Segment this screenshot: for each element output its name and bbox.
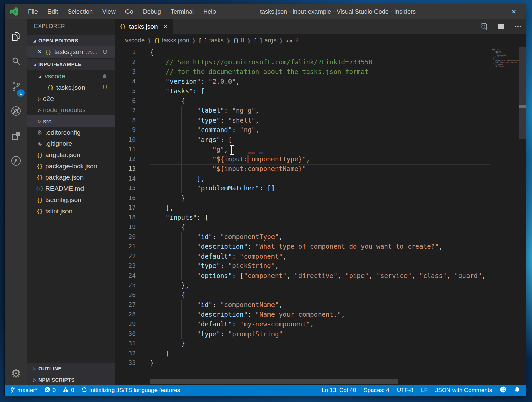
split-editor-icon[interactable]: [497, 22, 505, 31]
code-line[interactable]: "description": "Name your component.",: [150, 310, 490, 320]
code-line[interactable]: ],: [150, 203, 490, 213]
code-line[interactable]: ],: [150, 174, 490, 184]
code-line[interactable]: }: [150, 358, 490, 368]
line-number[interactable]: 26: [115, 290, 150, 300]
settings-gear-icon[interactable]: ⚙: [5, 365, 27, 382]
minimize-button[interactable]: –: [455, 4, 478, 19]
status-json-with-comments[interactable]: JSON with Comments: [435, 387, 492, 394]
activity-custom-extension[interactable]: [5, 151, 27, 172]
line-number[interactable]: 15: [115, 183, 150, 193]
line-number[interactable]: 3: [115, 67, 150, 77]
code-line[interactable]: "default": "component",: [150, 251, 490, 261]
line-number[interactable]: 19: [115, 222, 150, 232]
line-number[interactable]: 23: [115, 261, 150, 271]
section-open-editors[interactable]: ◢OPEN EDITORS: [27, 35, 115, 46]
menu-selection[interactable]: Selection: [63, 4, 98, 19]
line-number[interactable]: 17: [115, 203, 150, 213]
sidebar-item-tslint-json[interactable]: {}tslint.json: [27, 205, 115, 217]
line-number[interactable]: 10: [115, 135, 150, 145]
maximize-button[interactable]: [478, 4, 502, 19]
code-line[interactable]: "type": "shell",: [150, 115, 490, 125]
section-workspace[interactable]: ◢INPUT-EXAMPLE: [27, 59, 115, 70]
code-line[interactable]: "${input:componentType}",: [150, 154, 490, 164]
code-line[interactable]: "id": "componentType",: [150, 232, 490, 242]
line-number-gutter[interactable]: 1234567891011121314151617181920212223242…: [115, 47, 150, 368]
tab-close-icon[interactable]: ✕: [162, 23, 169, 30]
sidebar-item-angular-json[interactable]: {}angular.json: [27, 149, 115, 160]
line-number[interactable]: 6: [115, 96, 150, 106]
code-line[interactable]: }: [150, 339, 490, 349]
sidebar-item-package-lock-json[interactable]: {}package-lock.json: [27, 160, 115, 172]
menu-debug[interactable]: Debug: [138, 4, 166, 19]
code-line[interactable]: "type": "promptString": [150, 329, 490, 339]
line-number[interactable]: 5: [115, 86, 150, 96]
sidebar-item-node-modules[interactable]: ▷node_modules: [27, 104, 115, 115]
status-ln-13-col-40[interactable]: Ln 13, Col 40: [322, 387, 356, 394]
line-number[interactable]: 18: [115, 213, 150, 222]
menu-view[interactable]: View: [98, 4, 120, 19]
close-button[interactable]: ✕: [502, 4, 526, 19]
more-actions-icon[interactable]: [514, 22, 522, 31]
vertical-scrollbar-thumb[interactable]: [519, 47, 526, 139]
code-line[interactable]: "id": "componentName",: [150, 300, 490, 310]
sidebar-item-package-json[interactable]: {}package.json: [27, 172, 115, 183]
line-number[interactable]: 30: [115, 329, 150, 339]
status-errors[interactable]: 0: [44, 387, 56, 395]
code-editor[interactable]: 1234567891011121314151617181920212223242…: [115, 47, 526, 385]
find-in-file-icon[interactable]: [479, 22, 488, 31]
sidebar-item-readme-md[interactable]: ⓘREADME.md: [27, 183, 115, 194]
code-line[interactable]: "version": "2.0.0",: [150, 77, 490, 87]
line-number[interactable]: 4: [115, 77, 150, 87]
code-line[interactable]: "args": [: [150, 135, 490, 145]
line-number[interactable]: 16: [115, 193, 150, 203]
sidebar-item-e2e[interactable]: ▷e2e: [27, 93, 115, 104]
line-number[interactable]: 7: [115, 106, 150, 115]
code-line[interactable]: },: [150, 280, 490, 290]
code-line[interactable]: "command": "ng",: [150, 125, 490, 135]
open-editor-tasks-json[interactable]: ✕{}tasks.json.vs...U: [27, 46, 115, 58]
line-number[interactable]: 14: [115, 174, 150, 184]
sidebar-item-gitignore[interactable]: ◈.gitignore: [27, 138, 115, 149]
code-line[interactable]: {: [150, 47, 490, 57]
line-number[interactable]: 8: [115, 115, 150, 125]
activity-extensions[interactable]: [5, 126, 27, 147]
line-number[interactable]: 24: [115, 271, 150, 281]
breadcrumb-2[interactable]: abc2: [286, 37, 299, 44]
section-outline[interactable]: ▷OUTLINE: [27, 363, 115, 374]
code-line[interactable]: "problemMatcher": []: [150, 183, 490, 193]
status-warnings[interactable]: 0: [62, 387, 74, 395]
line-number[interactable]: 21: [115, 242, 150, 251]
menu-go[interactable]: Go: [120, 4, 138, 19]
minimap[interactable]: { // See https://go.microsoft.com/fwlink…: [490, 47, 519, 115]
menu-edit[interactable]: Edit: [43, 4, 63, 19]
code-line[interactable]: {: [150, 222, 490, 232]
code-content[interactable]: {// See https://go.microsoft.com/fwlink/…: [150, 47, 490, 368]
status-git-branch[interactable]: master*: [10, 386, 38, 395]
status-spaces-4[interactable]: Spaces: 4: [364, 387, 389, 394]
menu-file[interactable]: File: [23, 4, 43, 19]
vertical-scrollbar[interactable]: [519, 47, 526, 385]
sidebar-item-editorconfig[interactable]: ⚙.editorconfig: [27, 127, 115, 138]
code-line[interactable]: "type": "pickString",: [150, 261, 490, 271]
line-number[interactable]: 27: [115, 300, 150, 310]
close-editor-icon[interactable]: ✕: [36, 49, 43, 55]
line-number[interactable]: 28: [115, 310, 150, 320]
code-line[interactable]: "tasks": [: [150, 86, 490, 96]
menu-terminal[interactable]: Terminal: [166, 4, 198, 19]
activity-source-control[interactable]: 1: [5, 76, 27, 97]
code-line[interactable]: "default": "my-new-component",: [150, 319, 490, 329]
line-number[interactable]: 31: [115, 339, 150, 349]
code-line[interactable]: {: [150, 290, 490, 300]
code-line[interactable]: {: [150, 96, 490, 106]
line-number[interactable]: 2: [115, 57, 150, 67]
line-number[interactable]: 13: [115, 164, 150, 174]
sidebar-item-vscode[interactable]: ◢.vscode: [27, 71, 115, 82]
code-line[interactable]: "description": "What type of component d…: [150, 242, 490, 251]
code-line[interactable]: "label": "ng g",: [150, 106, 490, 115]
line-number[interactable]: 9: [115, 125, 150, 135]
breadcrumb-vscode[interactable]: .vscode: [123, 37, 145, 44]
sidebar-item-tasks-json[interactable]: {}tasks.jsonU: [27, 82, 115, 93]
status-notifications-bell[interactable]: [514, 386, 520, 395]
code-line[interactable]: "g",: [150, 144, 490, 154]
activity-search[interactable]: [5, 51, 27, 73]
